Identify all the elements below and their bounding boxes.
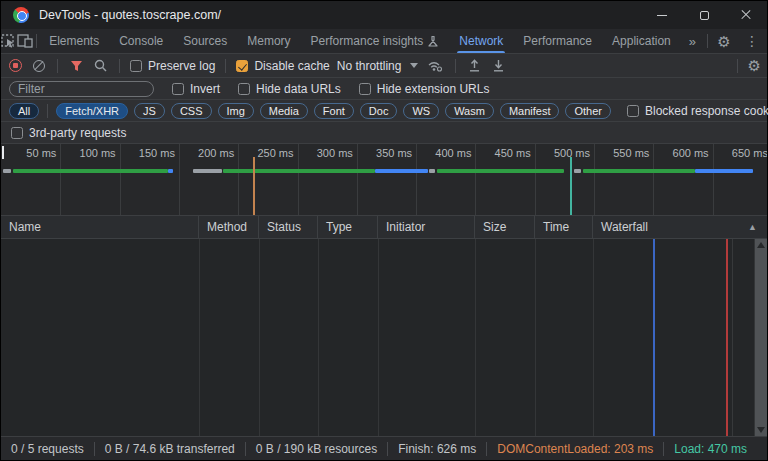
search-icon bbox=[94, 59, 107, 72]
timeline-tick-label: 500 ms bbox=[530, 147, 590, 159]
timeline-tick-label: 150 ms bbox=[115, 147, 175, 159]
disable-cache-label: Disable cache bbox=[254, 59, 329, 73]
tab-network[interactable]: Network bbox=[449, 29, 513, 53]
column-header-label: Time bbox=[543, 220, 569, 234]
column-separator bbox=[318, 239, 319, 436]
timeline-tick-label: 50 ms bbox=[1, 147, 56, 159]
minimize-icon bbox=[657, 15, 667, 16]
tab-elements[interactable]: Elements bbox=[39, 29, 109, 53]
third-party-row: 3rd-party requests bbox=[1, 122, 767, 144]
filter-pill-all[interactable]: All bbox=[9, 103, 39, 119]
timeline-tick-label: 600 ms bbox=[649, 147, 709, 159]
tab-performance-insights[interactable]: Performance insights bbox=[301, 29, 450, 53]
disable-cache-checkbox[interactable]: Disable cache bbox=[236, 59, 329, 73]
filter-pill-manifest[interactable]: Manifest bbox=[500, 103, 560, 119]
tab-label: Sources bbox=[183, 34, 227, 48]
status-divider bbox=[94, 442, 95, 456]
column-header-label: Waterfall bbox=[601, 220, 648, 234]
filter-pill-doc[interactable]: Doc bbox=[360, 103, 398, 119]
hide-data-urls-checkbox[interactable]: Hide data URLs bbox=[238, 82, 341, 96]
overview-request-bar-blue bbox=[695, 169, 753, 173]
column-header-waterfall[interactable]: Waterfall▲ bbox=[593, 216, 767, 238]
tabbar-right-controls: ⚙ ⋮ bbox=[704, 29, 767, 53]
device-toolbar-button[interactable] bbox=[17, 29, 33, 53]
column-separator bbox=[535, 239, 536, 436]
clear-network-log-button[interactable] bbox=[31, 60, 47, 72]
preserve-log-checkbox[interactable]: Preserve log bbox=[130, 59, 215, 73]
tab-console[interactable]: Console bbox=[109, 29, 173, 53]
network-toolbar: Preserve log Disable cache No throttling bbox=[1, 54, 767, 78]
settings-button[interactable]: ⚙ bbox=[711, 34, 737, 49]
maximize-button[interactable] bbox=[683, 1, 725, 29]
overview-request-bar-blue bbox=[375, 169, 428, 173]
toolbar-divider bbox=[57, 59, 58, 73]
column-header-time[interactable]: Time bbox=[535, 216, 593, 238]
more-tabs-button[interactable]: » bbox=[681, 29, 704, 53]
network-settings-button[interactable]: ⚙ bbox=[748, 58, 761, 74]
invert-checkbox[interactable]: Invert bbox=[172, 82, 220, 96]
record-icon bbox=[9, 59, 22, 72]
blocked-response-cookies-label: Blocked response cookies bbox=[645, 104, 768, 118]
tab-label: Console bbox=[119, 34, 163, 48]
overview-request-bar-blue bbox=[168, 169, 173, 173]
column-separator bbox=[199, 239, 200, 436]
preserve-log-label: Preserve log bbox=[148, 59, 215, 73]
filter-pill-ws[interactable]: WS bbox=[403, 103, 439, 119]
close-button[interactable] bbox=[725, 1, 767, 29]
status-divider bbox=[486, 442, 487, 456]
upload-icon bbox=[468, 59, 481, 72]
column-header-initiator[interactable]: Initiator bbox=[378, 216, 475, 238]
sort-ascending-icon: ▲ bbox=[748, 222, 757, 232]
filter-pill-font[interactable]: Font bbox=[314, 103, 354, 119]
column-header-label: Method bbox=[207, 220, 247, 234]
maximize-icon bbox=[700, 11, 709, 20]
import-har-button[interactable] bbox=[466, 59, 483, 72]
scrollbar[interactable] bbox=[754, 239, 767, 436]
tab-memory[interactable]: Memory bbox=[237, 29, 300, 53]
tab-label: Memory bbox=[247, 34, 290, 48]
overview-request-bar-green bbox=[437, 169, 564, 173]
filter-pill-img[interactable]: Img bbox=[218, 103, 254, 119]
tab-label: Application bbox=[612, 34, 671, 48]
filter-pill-media[interactable]: Media bbox=[260, 103, 308, 119]
search-button[interactable] bbox=[92, 59, 109, 72]
status-0-b-190-kb-resources: 0 B / 190 kB resources bbox=[256, 442, 377, 456]
filter-toggle-button[interactable] bbox=[68, 60, 85, 72]
timeline-tick-label: 300 ms bbox=[293, 147, 353, 159]
filter-pill-js[interactable]: JS bbox=[134, 103, 165, 119]
tabbar-divider bbox=[36, 34, 37, 48]
tab-performance[interactable]: Performance bbox=[513, 29, 602, 53]
filter-pill-other[interactable]: Other bbox=[565, 103, 611, 119]
blocked-response-cookies-checkbox[interactable]: Blocked response cookies bbox=[627, 104, 768, 118]
filter-pill-wasm[interactable]: Wasm bbox=[445, 103, 494, 119]
inspect-element-button[interactable] bbox=[1, 29, 17, 53]
overview-request-bar-green bbox=[13, 169, 168, 173]
tab-application[interactable]: Application bbox=[602, 29, 681, 53]
column-header-name[interactable]: Name bbox=[1, 216, 199, 238]
request-type-filter-row: AllFetch/XHRJSCSSImgMediaFontDocWSWasmMa… bbox=[1, 100, 767, 122]
filter-input[interactable] bbox=[9, 81, 154, 97]
timeline-tick-label: 200 ms bbox=[174, 147, 234, 159]
network-conditions-button[interactable] bbox=[425, 60, 445, 72]
column-header-type[interactable]: Type bbox=[318, 216, 378, 238]
filter-pill-fetch-xhr[interactable]: Fetch/XHR bbox=[56, 103, 128, 119]
tab-sources[interactable]: Sources bbox=[173, 29, 237, 53]
column-header-status[interactable]: Status bbox=[259, 216, 318, 238]
filter-pill-css[interactable]: CSS bbox=[171, 103, 212, 119]
column-header-method[interactable]: Method bbox=[199, 216, 259, 238]
network-overview-timeline[interactable]: 50 ms100 ms150 ms200 ms250 ms300 ms350 m… bbox=[1, 144, 767, 216]
column-header-label: Initiator bbox=[386, 220, 425, 234]
hide-extension-urls-checkbox[interactable]: Hide extension URLs bbox=[359, 82, 490, 96]
column-header-size[interactable]: Size bbox=[475, 216, 535, 238]
minimize-button[interactable] bbox=[641, 1, 683, 29]
throttling-select[interactable]: No throttling bbox=[337, 59, 419, 73]
customize-devtools-button[interactable]: ⋮ bbox=[737, 34, 767, 49]
third-party-requests-checkbox[interactable]: 3rd-party requests bbox=[11, 126, 126, 140]
device-toolbar-icon bbox=[17, 34, 33, 48]
tabbar-right-divider bbox=[707, 34, 708, 48]
funnel-filter-icon bbox=[70, 60, 83, 72]
record-network-log-button[interactable] bbox=[7, 59, 24, 72]
requests-table-body[interactable] bbox=[1, 239, 767, 436]
export-har-button[interactable] bbox=[490, 59, 507, 72]
overview-request-bar-gray bbox=[429, 169, 435, 173]
